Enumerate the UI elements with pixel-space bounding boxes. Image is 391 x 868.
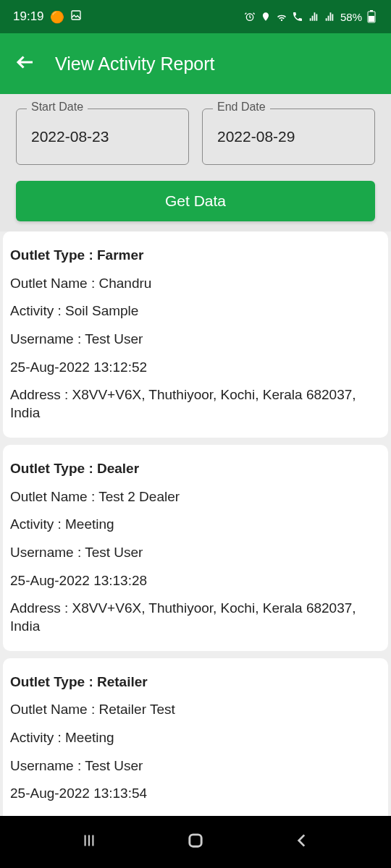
signal-icon-1: [307, 10, 320, 23]
address-line: Address : X8VV+V6X, Thuthiyoor, Kochi, K…: [10, 595, 381, 640]
record-card[interactable]: Outlet Type : DealerOutlet Name : Test 2…: [3, 445, 388, 651]
username-line: Username : Test User: [10, 326, 381, 354]
status-left: 19:19 🟠: [13, 9, 82, 24]
activity-line: Activity : Soil Sample: [10, 297, 381, 326]
svg-rect-3: [370, 10, 373, 12]
username-line: Username : Test User: [10, 539, 381, 567]
date-row: Start Date 2022-08-23 End Date 2022-08-2…: [16, 109, 375, 165]
activity-line: Activity : Meeting: [10, 724, 381, 752]
outlet-type-line: Outlet Type : Retailer: [10, 668, 381, 697]
record-card[interactable]: Outlet Type : FarmerOutlet Name : Chandr…: [3, 231, 388, 438]
home-icon[interactable]: [185, 830, 206, 854]
end-date-value: 2022-08-29: [217, 128, 295, 145]
timestamp-line: 25-Aug-2022 13:13:28: [10, 567, 381, 595]
image-icon: [70, 9, 82, 24]
activity-line: Activity : Meeting: [10, 511, 381, 539]
page-title: View Activity Report: [55, 54, 214, 75]
outlet-name-line: Outlet Name : Retailer Test: [10, 696, 381, 724]
outlet-name-line: Outlet Name : Test 2 Dealer: [10, 483, 381, 511]
alarm-icon: [243, 10, 256, 23]
outlet-type-line: Outlet Type : Dealer: [10, 455, 381, 483]
svg-rect-0: [72, 11, 80, 20]
start-date-value: 2022-08-23: [31, 128, 109, 145]
call-icon: [291, 10, 304, 23]
battery-percent: 58%: [340, 11, 362, 23]
start-date-field[interactable]: Start Date 2022-08-23: [16, 109, 189, 165]
outlet-type-line: Outlet Type : Farmer: [10, 242, 381, 270]
nav-bar: [0, 816, 391, 868]
timestamp-line: 25-Aug-2022 13:13:54: [10, 780, 381, 808]
start-date-label: Start Date: [27, 101, 88, 114]
location-icon: [259, 10, 272, 23]
signal-icon-2: [323, 10, 336, 23]
end-date-label: End Date: [213, 101, 270, 114]
battery-icon: [365, 10, 378, 23]
username-line: Username : Test User: [10, 752, 381, 780]
recent-apps-icon[interactable]: [80, 831, 98, 853]
app-notif-icon: 🟠: [50, 10, 64, 24]
svg-rect-5: [190, 835, 201, 846]
address-line: Address : X8VV+V6X, Thuthiyoor, Kochi, K…: [10, 381, 381, 427]
records-list: Outlet Type : FarmerOutlet Name : Chandr…: [0, 231, 391, 868]
filter-area: Start Date 2022-08-23 End Date 2022-08-2…: [0, 94, 391, 231]
wifi-icon: [275, 10, 288, 23]
svg-rect-4: [369, 16, 374, 22]
back-arrow-icon[interactable]: [14, 51, 36, 76]
status-time: 19:19: [13, 9, 44, 24]
end-date-field[interactable]: End Date 2022-08-29: [202, 109, 375, 165]
app-bar: View Activity Report: [0, 33, 391, 94]
back-icon[interactable]: [293, 831, 311, 853]
get-data-button[interactable]: Get Data: [16, 181, 375, 221]
status-bar: 19:19 🟠 58%: [0, 0, 391, 33]
timestamp-line: 25-Aug-2022 13:12:52: [10, 354, 381, 382]
outlet-name-line: Outlet Name : Chandru: [10, 270, 381, 298]
status-right: 58%: [243, 10, 378, 23]
